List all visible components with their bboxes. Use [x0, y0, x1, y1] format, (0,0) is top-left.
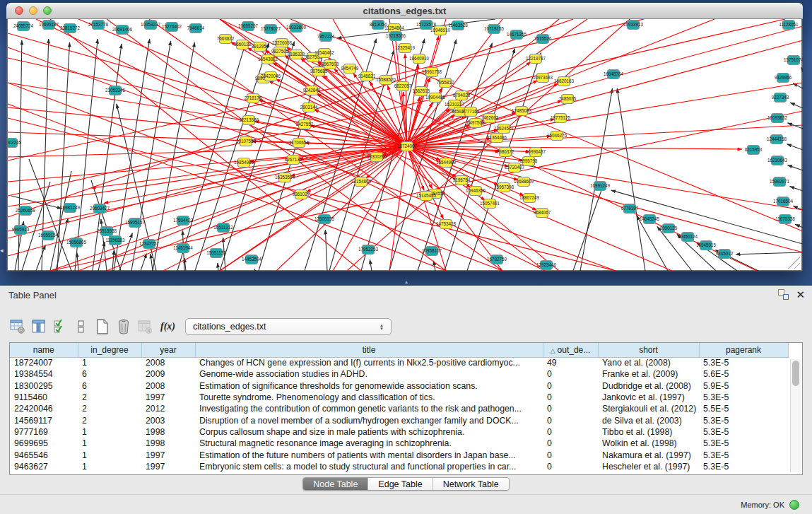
- network-node[interactable]: 2803144: [300, 103, 318, 112]
- network-node[interactable]: 15992971: [770, 177, 790, 187]
- column-header-in_degree[interactable]: in_degree: [78, 343, 141, 357]
- network-node[interactable]: 7946614: [187, 24, 205, 33]
- rows-icon[interactable]: [73, 317, 90, 336]
- table-cell[interactable]: 0: [543, 449, 598, 460]
- table-cell[interactable]: 9777169: [10, 426, 78, 438]
- table-cell[interactable]: Disruption of a novel member of a sodium…: [195, 414, 543, 426]
- network-node[interactable]: 9361027: [293, 190, 310, 199]
- table-cell[interactable]: 0: [543, 380, 598, 392]
- network-node[interactable]: 14753428: [436, 220, 457, 229]
- table-cell[interactable]: Estimation of significance thresholds fo…: [195, 380, 543, 392]
- table-cell[interactable]: 5.3E-5: [699, 426, 788, 438]
- network-node[interactable]: 8215953: [745, 146, 763, 155]
- network-node[interactable]: 10699187: [39, 21, 59, 30]
- network-node[interactable]: 9195754: [453, 176, 471, 185]
- table-row[interactable]: 911546021997Tourette syndrome. Phenomeno…: [10, 392, 788, 403]
- network-node[interactable]: 6794028: [453, 91, 471, 100]
- network-node[interactable]: 23226058: [272, 39, 293, 48]
- network-node[interactable]: 19218506: [386, 32, 406, 41]
- network-node[interactable]: 8995798: [520, 157, 538, 166]
- network-node[interactable]: 24055724: [13, 22, 34, 31]
- network-node[interactable]: 21053346: [105, 86, 126, 95]
- network-node[interactable]: 19904485: [425, 93, 446, 103]
- table-cell[interactable]: 2003: [141, 414, 195, 426]
- network-node[interactable]: 16945915: [696, 241, 717, 250]
- table-cell[interactable]: Dudbridge et al. (2008): [598, 380, 699, 392]
- table-cell[interactable]: Franke et al. (2009): [598, 368, 699, 380]
- table-cell[interactable]: 1997: [141, 392, 195, 403]
- close-panel-icon[interactable]: ✕: [796, 289, 805, 300]
- table-cell[interactable]: Stergiakouli et al. (2012): [598, 403, 699, 414]
- table-cell[interactable]: 1: [78, 461, 141, 472]
- network-node[interactable]: 16782759: [487, 255, 507, 264]
- table-scrollbar-track[interactable]: [790, 359, 801, 472]
- network-node[interactable]: 17952253: [358, 245, 379, 255]
- column-header-out_de[interactable]: △out_de...: [543, 343, 598, 357]
- column-header-name[interactable]: name: [10, 343, 78, 357]
- network-node[interactable]: 10053237: [141, 21, 161, 30]
- column-header-year[interactable]: year: [141, 343, 195, 357]
- network-node[interactable]: 6822057: [394, 82, 412, 91]
- table-row[interactable]: 946362711997Embryonic stem cells: a mode…: [10, 461, 788, 472]
- left-splitter-collapse-icon[interactable]: ◂: [0, 246, 5, 255]
- table-row[interactable]: 1456911722003Disruption of a novel membe…: [10, 414, 788, 426]
- table-cell[interactable]: 9463627: [10, 461, 78, 472]
- table-cell[interactable]: Genome-wide association studies in ADHD.: [195, 368, 543, 380]
- tab-network-table[interactable]: Network Table: [433, 478, 509, 490]
- network-node[interactable]: 19854985: [234, 158, 254, 168]
- table-selector-combo[interactable]: citations_edges.txt ▲▼: [185, 318, 392, 335]
- network-node[interactable]: 16543882: [258, 55, 278, 64]
- select-all-icon[interactable]: [52, 317, 69, 336]
- table-cell[interactable]: Structural magnetic resonance image aver…: [195, 438, 543, 449]
- network-node[interactable]: 16210643: [767, 156, 788, 165]
- network-node[interactable]: 14453594: [242, 255, 262, 264]
- table-cell[interactable]: Changes of HCN gene expression and I(f) …: [195, 357, 543, 368]
- network-node[interactable]: 7986372: [497, 148, 514, 157]
- table-cell[interactable]: 0: [543, 403, 598, 414]
- network-node[interactable]: 16946910: [430, 26, 451, 35]
- table-cell[interactable]: 14569117: [10, 414, 78, 426]
- network-node[interactable]: 9827505: [271, 47, 289, 57]
- table-cell[interactable]: Nakamura et al. (1997): [598, 449, 699, 460]
- table-cell[interactable]: 5.3E-5: [699, 357, 788, 368]
- memory-status-indicator[interactable]: [789, 500, 799, 510]
- network-node[interactable]: 9777169: [462, 107, 480, 117]
- network-node[interactable]: 16648784: [604, 70, 624, 79]
- table-cell[interactable]: 19384554: [10, 368, 78, 380]
- network-node[interactable]: 11463528: [448, 21, 468, 30]
- network-node[interactable]: 12505135: [314, 215, 335, 224]
- table-cell[interactable]: 1998: [141, 426, 195, 438]
- table-cell[interactable]: 5.3E-5: [699, 414, 788, 426]
- network-node[interactable]: 15751074: [784, 56, 803, 65]
- table-cell[interactable]: 2009: [141, 368, 195, 380]
- network-node[interactable]: 12325419: [395, 44, 416, 53]
- table-cell[interactable]: Estimation of the future numbers of pati…: [195, 449, 543, 460]
- network-node[interactable]: 10991249: [590, 182, 611, 191]
- table-cell[interactable]: 5.6E-5: [699, 368, 788, 380]
- table-cell[interactable]: 1997: [141, 449, 195, 460]
- table-cell[interactable]: 5.3E-5: [699, 449, 788, 460]
- network-node[interactable]: 8427552: [296, 120, 314, 129]
- table-cell[interactable]: 1: [78, 357, 141, 368]
- delete-rows-icon[interactable]: [115, 317, 132, 336]
- float-panel-icon[interactable]: [778, 289, 789, 300]
- network-node[interactable]: 7515526: [534, 35, 552, 44]
- network-node[interactable]: 8267130: [285, 156, 302, 165]
- network-node[interactable]: 12342757: [139, 240, 160, 249]
- table-cell[interactable]: 6: [78, 380, 141, 392]
- table-cell[interactable]: 2: [78, 414, 141, 426]
- table-cell[interactable]: Jankovic et al. (1997): [598, 392, 699, 403]
- network-node[interactable]: 20691406: [112, 25, 133, 35]
- table-cell[interactable]: 1998: [141, 438, 195, 449]
- table-cell[interactable]: Embryonic stem cells: a model to study s…: [195, 461, 543, 472]
- network-node[interactable]: 10996437: [526, 148, 546, 157]
- network-node[interactable]: 15278027: [261, 25, 281, 34]
- network-node[interactable]: 11156883: [105, 236, 125, 245]
- table-cell[interactable]: 22420046: [10, 403, 78, 414]
- table-row[interactable]: 946554611997Estimation of the future num…: [10, 449, 788, 460]
- network-node[interactable]: 9227343: [772, 93, 789, 103]
- network-node[interactable]: 18300295: [367, 153, 387, 162]
- table-cell[interactable]: 0: [543, 461, 598, 472]
- column-header-title[interactable]: title: [195, 343, 543, 357]
- network-node[interactable]: 17504423: [173, 216, 194, 226]
